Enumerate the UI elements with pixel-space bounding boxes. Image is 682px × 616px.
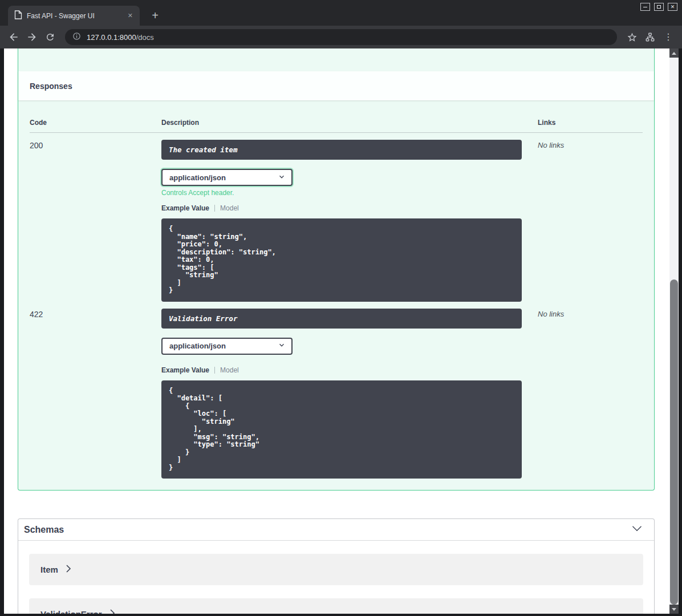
responses-panel: Responses Code Description Links 200 The… <box>18 48 655 491</box>
schemas-panel: Schemas Item ValidationError <box>18 518 655 614</box>
scrollbar-thumb[interactable] <box>670 279 678 605</box>
url-bar[interactable]: 127.0.0.1:8000/docs <box>65 29 617 45</box>
response-description-box: Validation Error <box>161 309 522 329</box>
model-name: ValidationError <box>40 609 102 614</box>
chevron-down-icon <box>278 173 286 183</box>
response-description-box: The created item <box>161 140 522 160</box>
maximize-button[interactable] <box>654 3 664 11</box>
response-row-200: 200 The created item application/json <box>30 133 643 302</box>
info-icon[interactable] <box>72 32 81 43</box>
titlebar: Fast API - Swagger UI ✕ + ✕ <box>0 0 682 26</box>
example-json-block: { "detail": [ { "loc": [ "string" ], "ms… <box>161 380 522 479</box>
response-code: 200 <box>30 140 161 302</box>
media-type-value: application/json <box>169 173 226 182</box>
close-icon: ✕ <box>671 5 675 10</box>
swagger-page: Responses Code Description Links 200 The… <box>4 48 669 614</box>
opblock-spacer <box>18 48 654 71</box>
scroll-down-icon <box>672 608 676 611</box>
close-button[interactable]: ✕ <box>668 3 677 11</box>
responses-section-header: Responses <box>18 71 654 100</box>
chevron-down-icon[interactable] <box>631 525 643 535</box>
example-value-tab[interactable]: Example Value <box>161 204 209 212</box>
url-text: 127.0.0.1:8000/docs <box>87 33 154 42</box>
response-links: No links <box>538 140 643 302</box>
url-host: 127.0.0.1:8000 <box>87 33 136 42</box>
response-description-text: The created item <box>169 145 237 154</box>
example-json-block: { "name": "string", "price": 0, "descrip… <box>161 218 522 302</box>
response-row-422: 422 Validation Error application/json <box>30 302 643 479</box>
tab-divider <box>214 367 215 374</box>
scroll-up-icon <box>672 52 676 55</box>
chevron-down-icon <box>278 341 286 351</box>
column-header-code: Code <box>30 119 161 127</box>
media-type-value: application/json <box>169 342 226 350</box>
bookmark-star-icon[interactable] <box>624 29 640 45</box>
responses-table-header: Code Description Links <box>30 100 643 133</box>
scroll-up-button[interactable] <box>669 48 679 58</box>
back-button[interactable] <box>6 29 22 45</box>
document-icon <box>14 10 22 22</box>
reload-button[interactable] <box>42 29 58 45</box>
menu-icon[interactable]: ⋮ <box>660 29 676 45</box>
navigation-toolbar: 127.0.0.1:8000/docs ⋮ <box>0 26 682 48</box>
example-value-tab[interactable]: Example Value <box>161 366 209 374</box>
forward-button[interactable] <box>24 29 40 45</box>
media-type-select[interactable]: application/json <box>161 169 293 186</box>
maximize-icon <box>657 5 661 9</box>
new-tab-button[interactable]: + <box>147 7 163 23</box>
schemas-header[interactable]: Schemas <box>18 519 654 541</box>
responses-table: Code Description Links 200 The created i… <box>18 100 654 490</box>
tab-title: Fast API - Swagger UI <box>27 12 121 20</box>
minimize-button[interactable] <box>640 3 650 11</box>
model-tab[interactable]: Model <box>220 366 239 374</box>
model-item[interactable]: Item <box>29 554 643 585</box>
tab-close-icon[interactable]: ✕ <box>125 11 135 20</box>
model-validationerror[interactable]: ValidationError <box>29 598 643 614</box>
model-tab[interactable]: Model <box>220 204 239 212</box>
column-header-links: Links <box>538 119 643 127</box>
sitemap-icon[interactable] <box>642 29 658 45</box>
response-code: 422 <box>30 309 161 479</box>
minimize-icon <box>643 7 647 7</box>
scrollbar[interactable] <box>669 48 679 614</box>
schemas-model-list: Item ValidationError <box>18 541 654 614</box>
example-model-tabs: Example Value Model <box>161 366 538 374</box>
url-path: /docs <box>136 33 154 42</box>
tab-divider <box>214 205 215 212</box>
window-controls: ✕ <box>640 3 677 11</box>
media-type-select[interactable]: application/json <box>161 338 293 355</box>
response-links: No links <box>538 309 643 479</box>
responses-title: Responses <box>30 82 72 91</box>
chevron-right-icon <box>66 565 71 575</box>
controls-accept-note: Controls Accept header. <box>161 189 538 197</box>
response-description-text: Validation Error <box>169 314 237 323</box>
browser-window: Fast API - Swagger UI ✕ + ✕ 127.0.0.1:80… <box>0 0 682 616</box>
browser-tab[interactable]: Fast API - Swagger UI ✕ <box>8 6 140 26</box>
page-viewport: Responses Code Description Links 200 The… <box>4 48 679 614</box>
response-description-cell: The created item application/json Contro… <box>161 140 538 302</box>
schemas-title: Schemas <box>24 525 64 535</box>
column-header-description: Description <box>161 119 538 127</box>
model-name: Item <box>40 565 58 574</box>
example-model-tabs: Example Value Model <box>161 204 538 212</box>
scroll-down-button[interactable] <box>669 605 679 614</box>
response-description-cell: Validation Error application/json Exampl… <box>161 309 538 479</box>
chevron-right-icon <box>109 609 115 614</box>
